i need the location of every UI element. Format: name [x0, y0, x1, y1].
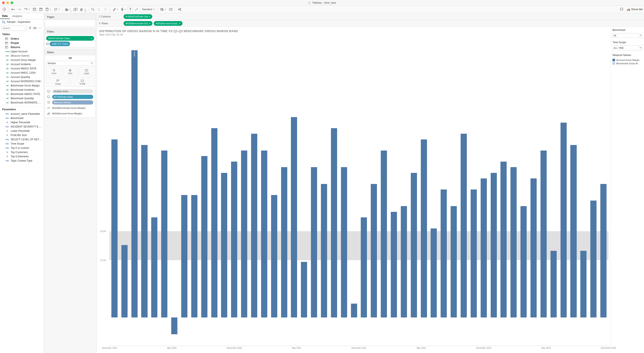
- chart-bar[interactable]: [401, 206, 407, 318]
- window-zoom[interactable]: [11, 2, 13, 4]
- field-row[interactable]: =#Benchmark Incidents: [1, 88, 43, 92]
- chart-bar[interactable]: [122, 245, 128, 318]
- label-button[interactable]: T: [128, 7, 133, 12]
- mark-assignment-row[interactable]: AGG(Benchmark Gross Margin): [46, 106, 94, 110]
- refresh-button[interactable]: [52, 6, 61, 12]
- mark-size-button[interactable]: Size: [62, 67, 78, 76]
- analytics-wand-icon[interactable]: [134, 6, 140, 12]
- parameter-row[interactable]: #Lower Percentile: [1, 129, 43, 133]
- chart-bar[interactable]: [211, 128, 218, 318]
- chart-bar[interactable]: [241, 150, 247, 318]
- chart-bar[interactable]: [371, 184, 377, 318]
- rows-pill[interactable]: AGG(Benchmark Gro..▾: [124, 21, 152, 26]
- parameter-row[interactable]: AbcBenchmark: [1, 116, 43, 120]
- sort-asc-button[interactable]: [96, 6, 102, 12]
- attach-button[interactable]: [120, 6, 127, 12]
- parameter-row[interactable]: #Top N Elements: [1, 154, 43, 158]
- rows-pill[interactable]: AGG(Account Gross ..▾: [154, 21, 182, 26]
- chart-bar[interactable]: [510, 167, 517, 318]
- mark-tooltip-button[interactable]: Tooltip: [71, 78, 94, 87]
- search-input[interactable]: [1, 26, 27, 30]
- datasource-row[interactable]: Sample - Superstore: [0, 19, 44, 25]
- search-field[interactable]: ⌕: [1, 26, 27, 30]
- chart-bar[interactable]: [261, 150, 267, 318]
- field-row[interactable]: =#Account Quantity: [1, 75, 43, 79]
- parameter-row[interactable]: AbcTopic Context Type: [1, 158, 43, 163]
- chart-bar[interactable]: [181, 195, 188, 318]
- duplicate-sheet-icon[interactable]: [72, 6, 78, 12]
- undo-button[interactable]: [10, 6, 16, 12]
- field-row[interactable]: AbcMeasure Names: [1, 54, 43, 58]
- chart-bar[interactable]: [281, 167, 287, 318]
- chart-bar[interactable]: [430, 228, 437, 318]
- highlight-button[interactable]: [112, 6, 119, 12]
- chart-area[interactable]: 15.5% 10.3% 48.0%2.5% November 2019May 2…: [99, 39, 610, 351]
- mark-color-button[interactable]: Color: [46, 67, 62, 76]
- chart-bar[interactable]: [361, 218, 367, 318]
- chart-bar[interactable]: [321, 184, 327, 318]
- parameter-row[interactable]: #Top Customers: [1, 150, 43, 154]
- chart-bar[interactable]: [221, 173, 227, 318]
- window-close[interactable]: [2, 2, 5, 4]
- parameter-row[interactable]: AbcTime Scope: [1, 142, 43, 146]
- filter-pill[interactable]: MONTH(Order Date)▾: [46, 36, 94, 41]
- chart-bar[interactable]: [451, 206, 457, 318]
- mark-assignment-row[interactable]: Multiple fields: [46, 89, 94, 94]
- filter-icon[interactable]: [28, 26, 32, 30]
- field-row[interactable]: =#Account Incidents: [1, 62, 43, 66]
- field-row[interactable]: =AbcUpper Account: [1, 50, 43, 54]
- timescope-select[interactable]: ALL TIME: [612, 46, 643, 50]
- chart-bar[interactable]: [491, 173, 497, 318]
- parameter-row[interactable]: #Profit Bin Size: [1, 133, 43, 137]
- field-row[interactable]: =#Account NMGC 120%: [1, 71, 43, 75]
- save-datasource-button[interactable]: [38, 6, 44, 12]
- collapse-panel-icon[interactable]: ‹: [41, 15, 42, 18]
- chart-bar[interactable]: [151, 218, 158, 318]
- chart-bar[interactable]: [570, 145, 576, 318]
- redo-button[interactable]: [16, 6, 22, 12]
- field-row[interactable]: =#Account Gross Margin: [1, 58, 43, 62]
- field-row[interactable]: ›People: [1, 41, 43, 45]
- field-row[interactable]: =#Benchmark Gross Margin: [1, 84, 43, 88]
- sort-desc-button[interactable]: [103, 6, 108, 12]
- legend-item[interactable]: Account Gross Margin: [612, 58, 643, 62]
- parameter-row[interactable]: Abcaccount_name Parameter: [1, 112, 43, 116]
- field-row[interactable]: ›Returns: [1, 45, 43, 50]
- chart-bar[interactable]: [191, 195, 198, 318]
- rows-shelf[interactable]: AGG(Benchmark Gro..▾AGG(Account Gross ..…: [122, 21, 644, 26]
- field-row[interactable]: =#Account WORKERS COM..: [1, 79, 43, 84]
- chart-bar[interactable]: [440, 190, 447, 318]
- show-me-button[interactable]: Show Me: [627, 8, 643, 11]
- pages-shelf[interactable]: [45, 20, 96, 27]
- clear-sheet-icon[interactable]: ✕: [79, 6, 87, 12]
- chart-bar[interactable]: [600, 184, 606, 318]
- chart-bar[interactable]: [500, 162, 507, 318]
- parameter-row[interactable]: #Higher Percentile: [1, 120, 43, 124]
- filter-pill[interactable]: 12M / FT: True▾: [50, 42, 70, 46]
- chart-bar[interactable]: [331, 128, 337, 318]
- chart-bar[interactable]: [141, 145, 147, 318]
- mark-assignment-row[interactable]: ATTR(Order Date): [46, 94, 94, 99]
- chart-bar[interactable]: [341, 167, 347, 318]
- show-cards-button[interactable]: [159, 6, 168, 12]
- fit-select[interactable]: Standard: [140, 7, 156, 12]
- chart-bar[interactable]: [421, 140, 427, 318]
- tab-data[interactable]: Data: [0, 13, 10, 19]
- benchmark-select[interactable]: All: [612, 33, 643, 38]
- parameter-row[interactable]: AbcINCIDENT SEVERITY $ BI...: [1, 124, 43, 129]
- chart-bar[interactable]: [112, 140, 118, 318]
- chart-bar[interactable]: [471, 190, 477, 318]
- chart-bar[interactable]: [201, 156, 208, 318]
- columns-pill[interactable]: ⊞MONTH(Order Dat..▾: [124, 14, 152, 19]
- new-worksheet-icon[interactable]: +: [64, 6, 72, 12]
- chart-bar[interactable]: [161, 150, 168, 318]
- columns-shelf[interactable]: ⊞MONTH(Order Dat..▾: [122, 14, 644, 19]
- window-minimize[interactable]: [6, 2, 9, 4]
- view-options-icon[interactable]: [33, 26, 37, 30]
- share-button[interactable]: [176, 6, 182, 12]
- chart-bar[interactable]: [530, 178, 537, 318]
- field-row[interactable]: =#Benchmark WORKERS C...: [1, 100, 43, 105]
- chart-bar[interactable]: [550, 251, 557, 318]
- tab-analytics[interactable]: Analytics‹: [10, 13, 44, 19]
- mark-assignment-row[interactable]: Measure Names: [46, 100, 94, 105]
